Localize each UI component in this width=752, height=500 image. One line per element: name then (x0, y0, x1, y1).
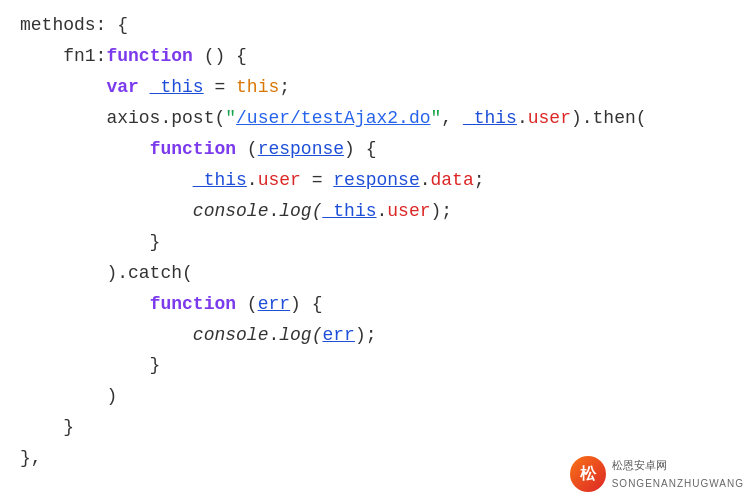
code-line-13: ) (20, 381, 732, 412)
code-line-10: function (err) { (20, 289, 732, 320)
code-line-6: _this.user = response.data; (20, 165, 732, 196)
code-line-12: } (20, 350, 732, 381)
code-block: methods: { fn1:function () { var _this =… (0, 0, 752, 500)
code-line-9: ).catch( (20, 258, 732, 289)
code-line-11: console.log(err); (20, 320, 732, 351)
watermark-sub: SONGENANZHUGWANG (612, 475, 744, 492)
watermark-icon: 松 (570, 456, 606, 492)
code-line-5: function (response) { (20, 134, 732, 165)
code-line-3: var _this = this; (20, 72, 732, 103)
code-line-14: } (20, 412, 732, 443)
code-line-8: } (20, 227, 732, 258)
code-line-1: methods: { (20, 10, 732, 41)
code-line-2: fn1:function () { (20, 41, 732, 72)
code-line-7: console.log(_this.user); (20, 196, 732, 227)
watermark-name: 松恩安卓网 (612, 456, 744, 475)
code-line-4: axios.post("/user/testAjax2.do", _this.u… (20, 103, 732, 134)
watermark: 松 松恩安卓网 SONGENANZHUGWANG (570, 456, 744, 492)
